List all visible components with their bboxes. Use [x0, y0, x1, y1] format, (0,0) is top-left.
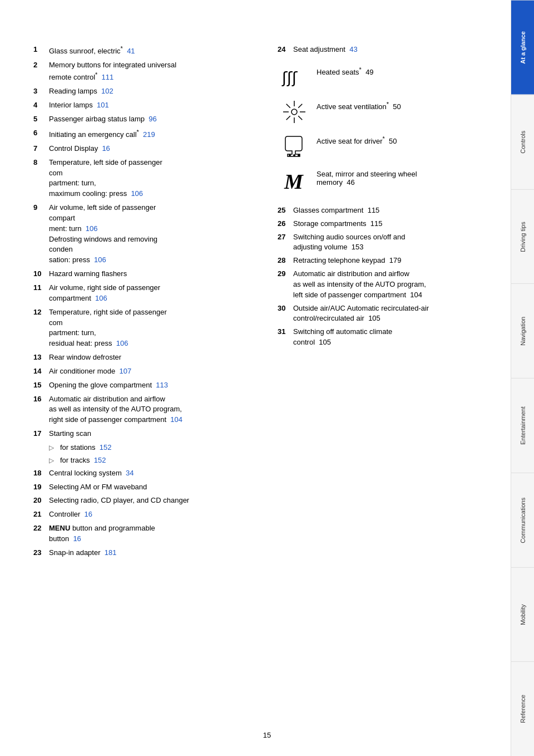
sidebar-tab-communications[interactable]: Communications — [511, 473, 534, 567]
list-item: 20 Selecting radio, CD player, and CD ch… — [33, 495, 244, 506]
active-seat-ventilation-icon — [278, 99, 311, 125]
icon-list-item: Active seat ventilation* 50 — [278, 99, 488, 125]
main-content: 1 Glass sunroof, electric* 41 2 Memory b… — [0, 0, 511, 756]
icon-list-item: M Seat, mirror and steering wheelmemory … — [278, 168, 488, 194]
sidebar-tab-mobility[interactable]: Mobility — [511, 567, 534, 662]
list-item: 1 Glass sunroof, electric* 41 — [33, 45, 244, 57]
list-item: 15 Opening the glove compartment 113 — [33, 380, 244, 391]
svg-line-9 — [286, 116, 290, 120]
list-item: 24 Seat adjustment 43 — [278, 45, 488, 55]
heated-seats-icon: ʃʃʃ — [278, 64, 311, 91]
list-item: 18 Central locking system 34 — [33, 468, 244, 479]
list-item: 30 Outside air/AUC Automatic recirculate… — [278, 303, 488, 325]
list-item: 16 Automatic air distribution and airflo… — [33, 394, 244, 426]
page-container: 1 Glass sunroof, electric* 41 2 Memory b… — [0, 0, 534, 756]
page-number: 15 — [263, 731, 271, 739]
list-item: 27 Switching audio sources on/off andadj… — [278, 232, 488, 253]
list-item: 19 Selecting AM or FM waveband — [33, 482, 244, 493]
svg-point-12 — [298, 154, 300, 156]
list-sub-item: ▷ for stations 152 — [49, 443, 244, 453]
list-item: 12 Temperature, right side of passenger … — [33, 307, 244, 349]
sidebar-tab-controls[interactable]: Controls — [511, 95, 534, 189]
list-item: 14 Air conditioner mode 107 — [33, 366, 244, 377]
list-item: 9 Air volume, left side of passenger com… — [33, 203, 244, 266]
list-item: 31 Switching off automatic climatecontro… — [278, 327, 488, 348]
list-item: 10 Hazard warning flashers — [33, 269, 244, 279]
sidebar-tab-entertainment[interactable]: Entertainment — [511, 378, 534, 473]
list-item: 25 Glasses compartment 115 — [278, 205, 488, 216]
svg-point-1 — [291, 109, 297, 115]
svg-line-8 — [298, 104, 302, 108]
list-item: 29 Automatic air distribution and airflo… — [278, 269, 488, 301]
icon-list-item: ʃʃʃ Heated seats* 49 — [278, 64, 488, 91]
icon-list-item: Active seat for driver* 50 — [278, 133, 488, 160]
svg-text:ʃʃʃ: ʃʃʃ — [281, 69, 298, 86]
list-item: 13 Rear window defroster — [33, 352, 244, 363]
right-column: 24 Seat adjustment 43 ʃʃʃ Heated seats* … — [272, 45, 488, 723]
svg-point-10 — [289, 154, 291, 156]
list-item: 4 Interior lamps 101 — [33, 100, 244, 111]
list-item: 11 Air volume, right side of passengerco… — [33, 283, 244, 304]
list-item: 23 Snap-in adapter 181 — [33, 548, 244, 558]
sidebar: At a glance Controls Driving tips Naviga… — [511, 0, 534, 756]
sidebar-tab-reference[interactable]: Reference — [511, 661, 534, 756]
list-item: 26 Storage compartments 115 — [278, 219, 488, 229]
list-item: 22 MENU button and programmablebutton 16 — [33, 523, 244, 544]
svg-line-6 — [286, 104, 290, 108]
list-item: 7 Control Display 16 — [33, 144, 244, 154]
list-item: 17 Starting scan — [33, 429, 244, 439]
list-sub-item: ▷ for tracks 152 — [49, 455, 244, 466]
list-item: 8 Temperature, left side of passenger co… — [33, 158, 244, 199]
svg-line-7 — [298, 116, 302, 120]
svg-text:M: M — [284, 170, 304, 193]
list-item: 5 Passenger airbag status lamp 96 — [33, 114, 244, 125]
list-item: 21 Controller 16 — [33, 509, 244, 520]
active-seat-driver-icon — [278, 133, 311, 160]
list-item: 3 Reading lamps 102 — [33, 86, 244, 97]
list-item: 6 Initiating an emergency call* 219 — [33, 128, 244, 140]
sidebar-tab-navigation[interactable]: Navigation — [511, 283, 534, 378]
svg-point-11 — [293, 154, 295, 156]
sidebar-tab-at-a-glance[interactable]: At a glance — [511, 0, 534, 95]
list-item: 28 Retracting telephone keypad 179 — [278, 256, 488, 266]
left-column: 1 Glass sunroof, electric* 41 2 Memory b… — [33, 45, 255, 723]
list-item: 2 Memory buttons for integrated universa… — [33, 60, 244, 83]
sidebar-tab-driving-tips[interactable]: Driving tips — [511, 189, 534, 284]
seat-mirror-memory-icon: M — [278, 168, 311, 194]
